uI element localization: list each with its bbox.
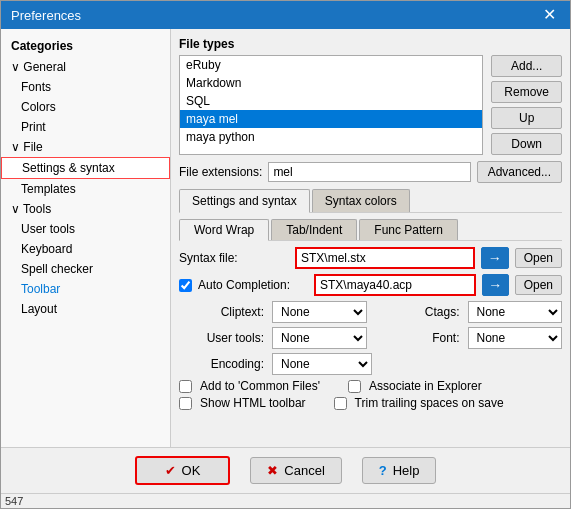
status-text: 547 [5, 495, 23, 507]
help-button[interactable]: ? Help [362, 457, 437, 484]
syntax-arrow-button[interactable]: → [481, 247, 509, 269]
usertools-row: User tools: None Font: None [179, 327, 562, 349]
file-extensions-label: File extensions: [179, 165, 262, 179]
auto-completion-label: Auto Completion: [198, 278, 308, 292]
auto-completion-arrow-button[interactable]: → [482, 274, 509, 296]
syntax-file-row: Syntax file: → Open [179, 247, 562, 269]
sidebar-item-toolbar[interactable]: Toolbar [1, 279, 170, 299]
advanced-button[interactable]: Advanced... [477, 161, 562, 183]
remove-button[interactable]: Remove [491, 81, 562, 103]
main-panel: File types eRuby Markdown SQL maya mel m… [171, 29, 570, 447]
file-list-item-maya-mel[interactable]: maya mel [180, 110, 482, 128]
file-buttons: Add... Remove Up Down [491, 55, 562, 155]
sidebar-item-fonts[interactable]: Fonts [1, 77, 170, 97]
cancel-button[interactable]: ✖ Cancel [250, 457, 341, 484]
common-files-label: Add to 'Common Files' [200, 379, 320, 393]
down-button[interactable]: Down [491, 133, 562, 155]
sidebar-item-keyboard[interactable]: Keyboard [1, 239, 170, 259]
dialog-body: Categories ∨ General Fonts Colors Print … [1, 29, 570, 447]
file-list-item-markdown[interactable]: Markdown [180, 74, 482, 92]
close-button[interactable]: ✕ [539, 7, 560, 23]
file-types-label: File types [179, 37, 562, 51]
ctags-select[interactable]: None [468, 301, 563, 323]
file-extensions-input[interactable] [268, 162, 470, 182]
cliptext-select[interactable]: None [272, 301, 367, 323]
file-list-container: eRuby Markdown SQL maya mel maya python [179, 55, 483, 155]
status-bar: 547 [1, 493, 570, 508]
tabs-row: Settings and syntax Syntax colors [179, 189, 562, 213]
associate-explorer-label: Associate in Explorer [369, 379, 482, 393]
auto-completion-row: Auto Completion: → Open [179, 274, 562, 296]
ok-icon: ✔ [165, 463, 176, 478]
syntax-file-input[interactable] [295, 247, 475, 269]
extensions-row: File extensions: Advanced... [179, 161, 562, 183]
sidebar-item-settings-syntax[interactable]: Settings & syntax [1, 157, 170, 179]
subtabs-row: Word Wrap Tab/Indent Func Pattern [179, 219, 562, 241]
ok-label: OK [182, 463, 201, 478]
sidebar-item-templates[interactable]: Templates [1, 179, 170, 199]
preferences-dialog: Preferences ✕ Categories ∨ General Fonts… [0, 0, 571, 509]
categories-label: Categories [1, 35, 170, 57]
sidebar-item-colors[interactable]: Colors [1, 97, 170, 117]
subtab-tab-indent[interactable]: Tab/Indent [271, 219, 357, 240]
subtab-func-pattern[interactable]: Func Pattern [359, 219, 458, 240]
sidebar-item-tools[interactable]: ∨ Tools [1, 199, 170, 219]
tab-settings-syntax[interactable]: Settings and syntax [179, 189, 310, 213]
syntax-open-button[interactable]: Open [515, 248, 562, 268]
file-types-row: eRuby Markdown SQL maya mel maya python … [179, 55, 562, 155]
common-files-checkbox[interactable] [179, 380, 192, 393]
sidebar-item-general[interactable]: ∨ General [1, 57, 170, 77]
auto-completion-checkbox[interactable] [179, 279, 192, 292]
sidebar-item-usertools[interactable]: User tools [1, 219, 170, 239]
html-toolbar-label: Show HTML toolbar [200, 396, 306, 410]
syntax-file-label: Syntax file: [179, 251, 289, 265]
html-toolbar-row: Show HTML toolbar Trim trailing spaces o… [179, 396, 562, 410]
encoding-label: Encoding: [179, 357, 264, 371]
trim-trailing-label: Trim trailing spaces on save [355, 396, 504, 410]
font-select[interactable]: None [468, 327, 563, 349]
associate-explorer-checkbox[interactable] [348, 380, 361, 393]
usertools-select[interactable]: None [272, 327, 367, 349]
common-files-row: Add to 'Common Files' Associate in Explo… [179, 379, 562, 393]
sidebar-item-print[interactable]: Print [1, 117, 170, 137]
encoding-row: Encoding: None [179, 353, 562, 375]
bottom-bar: ✔ OK ✖ Cancel ? Help [1, 447, 570, 493]
font-label: Font: [375, 331, 460, 345]
sidebar: Categories ∨ General Fonts Colors Print … [1, 29, 171, 447]
usertools-label: User tools: [179, 331, 264, 345]
sidebar-item-spellchecker[interactable]: Spell checker [1, 259, 170, 279]
title-bar: Preferences ✕ [1, 1, 570, 29]
auto-completion-input[interactable] [314, 274, 476, 296]
help-label: Help [393, 463, 420, 478]
cliptext-row: Cliptext: None Ctags: None [179, 301, 562, 323]
help-icon: ? [379, 463, 387, 478]
html-toolbar-checkbox[interactable] [179, 397, 192, 410]
trim-trailing-checkbox[interactable] [334, 397, 347, 410]
add-button[interactable]: Add... [491, 55, 562, 77]
file-list-item-eruby[interactable]: eRuby [180, 56, 482, 74]
sidebar-item-file[interactable]: ∨ File [1, 137, 170, 157]
encoding-select[interactable]: None [272, 353, 372, 375]
dialog-title: Preferences [11, 8, 81, 23]
cliptext-label: Cliptext: [179, 305, 264, 319]
auto-completion-open-button[interactable]: Open [515, 275, 562, 295]
cancel-icon: ✖ [267, 463, 278, 478]
file-list-item-maya-python[interactable]: maya python [180, 128, 482, 146]
ctags-label: Ctags: [375, 305, 460, 319]
ok-button[interactable]: ✔ OK [135, 456, 231, 485]
cancel-label: Cancel [284, 463, 324, 478]
tab-syntax-colors[interactable]: Syntax colors [312, 189, 410, 212]
file-list-item-sql[interactable]: SQL [180, 92, 482, 110]
up-button[interactable]: Up [491, 107, 562, 129]
subtab-word-wrap[interactable]: Word Wrap [179, 219, 269, 241]
sidebar-item-layout[interactable]: Layout [1, 299, 170, 319]
